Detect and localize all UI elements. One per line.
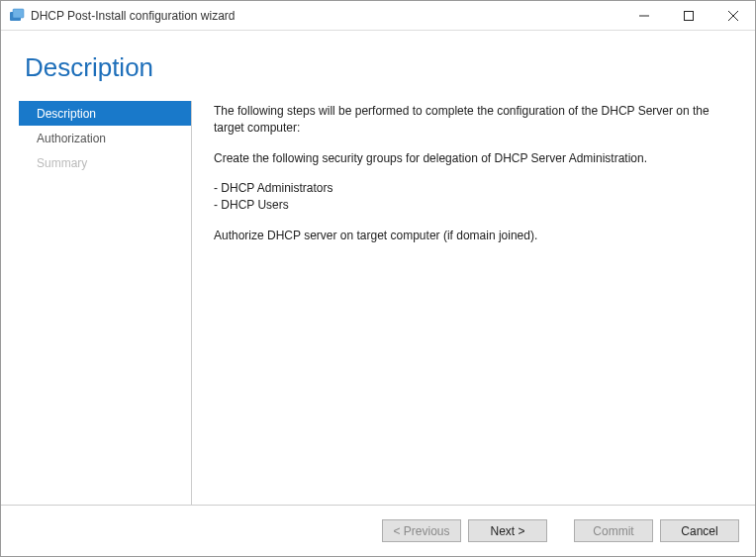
groups-intro-text: Create the following security groups for… bbox=[214, 150, 727, 167]
wizard-steps-sidebar: Description Authorization Summary bbox=[19, 101, 192, 505]
step-label: Authorization bbox=[37, 132, 106, 145]
cancel-button[interactable]: Cancel bbox=[660, 519, 739, 542]
step-authorization[interactable]: Authorization bbox=[19, 126, 191, 150]
intro-text: The following steps will be performed to… bbox=[214, 103, 727, 137]
step-description[interactable]: Description bbox=[19, 101, 191, 126]
next-button[interactable]: Next > bbox=[468, 519, 547, 542]
titlebar: DHCP Post-Install configuration wizard bbox=[1, 1, 755, 31]
group-users: - DHCP Users bbox=[214, 197, 727, 214]
authorize-text: Authorize DHCP server on target computer… bbox=[214, 228, 727, 244]
commit-button: Commit bbox=[574, 519, 653, 542]
close-button[interactable] bbox=[710, 1, 755, 30]
step-label: Summary bbox=[37, 156, 87, 170]
app-icon bbox=[9, 8, 25, 24]
maximize-button[interactable] bbox=[666, 1, 710, 30]
group-administrators: - DHCP Administrators bbox=[214, 180, 727, 197]
page-title: Description bbox=[25, 52, 737, 83]
step-summary: Summary bbox=[19, 150, 191, 175]
body: Description Authorization Summary The fo… bbox=[19, 101, 737, 505]
window-title: DHCP Post-Install configuration wizard bbox=[31, 9, 236, 23]
minimize-button[interactable] bbox=[621, 1, 666, 30]
footer: < Previous Next > Commit Cancel bbox=[1, 505, 755, 556]
content-area: Description Description Authorization Su… bbox=[1, 31, 755, 505]
previous-button: < Previous bbox=[382, 519, 461, 542]
nav-button-group: < Previous Next > bbox=[382, 519, 547, 542]
svg-rect-3 bbox=[684, 11, 693, 20]
main-panel: The following steps will be performed to… bbox=[192, 101, 737, 505]
step-label: Description bbox=[37, 107, 96, 121]
svg-rect-1 bbox=[13, 9, 24, 18]
